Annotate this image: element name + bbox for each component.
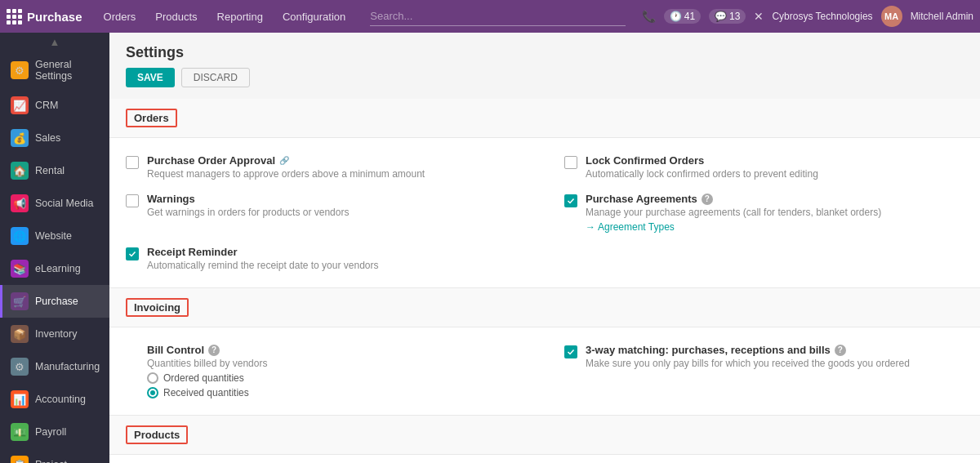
label-3way-matching: 3-way matching: purchases, receptions an… [586, 344, 910, 356]
user-name: Mitchell Admin [911, 11, 973, 22]
sidebar-item-elearning[interactable]: 📚 eLearning [0, 252, 109, 285]
sidebar-item-payroll[interactable]: 💵 Payroll [0, 416, 109, 448]
sidebar-item-rental[interactable]: 🏠 Rental [0, 154, 109, 187]
sidebar-item-website[interactable]: 🌐 Website [0, 220, 109, 252]
help-icon-bill-control[interactable]: ? [208, 345, 220, 356]
sidebar-label-general-settings: General Settings [35, 59, 101, 82]
label-bill-control: Bill Control ? [147, 344, 267, 356]
orders-section: Orders Purchase Order Approval 🔗 [109, 99, 980, 288]
radio-received-quantities[interactable]: Received quantities [147, 387, 267, 398]
checkbox-warnings[interactable] [126, 194, 139, 207]
help-icon-purchase-agreements[interactable]: ? [702, 194, 713, 205]
setting-info-purchase-agreements: Purchase Agreements ? Manage your purcha… [586, 193, 881, 233]
sidebar-item-project[interactable]: 📋 Project [0, 448, 109, 463]
menu-products[interactable]: Products [147, 6, 205, 28]
menu-configuration[interactable]: Configuration [274, 6, 354, 28]
avatar[interactable]: MA [881, 6, 902, 27]
sidebar-item-general-settings[interactable]: ⚙ General Settings [0, 51, 109, 89]
orders-settings-grid: Purchase Order Approval 🔗 Request manage… [126, 148, 964, 278]
sidebar-item-accounting[interactable]: 📊 Accounting [0, 383, 109, 416]
clock-badge[interactable]: 🕐 41 [664, 9, 701, 24]
desc-purchase-order-approval: Request managers to approve orders above… [147, 168, 425, 180]
sidebar-item-purchase[interactable]: 🛒 Purchase [0, 285, 109, 318]
sidebar-item-social-media[interactable]: 📢 Social Media [0, 187, 109, 220]
label-purchase-order-approval: Purchase Order Approval 🔗 [147, 154, 425, 167]
desc-3way-matching: Make sure you only pay bills for which y… [586, 358, 910, 369]
label-purchase-agreements: Purchase Agreements ? [586, 193, 881, 205]
checkbox-3way-matching[interactable] [564, 345, 577, 358]
grid-icon [7, 9, 22, 24]
inventory-icon: 📦 [11, 325, 29, 343]
setting-receipt-reminder: Receipt Reminder Automatically remind th… [126, 239, 545, 278]
rental-icon: 🏠 [11, 162, 29, 180]
desc-purchase-agreements: Manage your purchase agreements (call fo… [586, 207, 881, 218]
label-receipt-reminder: Receipt Reminder [147, 246, 378, 258]
phone-icon[interactable]: 📞 [642, 10, 656, 23]
checkbox-lock-confirmed-orders[interactable] [564, 156, 577, 169]
products-section-body: Variants ? Purchase variants of a produc… [109, 455, 980, 463]
close-icon[interactable]: ✕ [754, 10, 764, 23]
setting-info-3way-matching: 3-way matching: purchases, receptions an… [586, 344, 910, 369]
setting-info-warnings: Warnings Get warnings in orders for prod… [147, 193, 349, 218]
payroll-icon: 💵 [11, 423, 29, 441]
radio-btn-received[interactable] [147, 387, 158, 398]
search-input[interactable] [370, 7, 625, 26]
save-button[interactable]: SAVE [126, 68, 175, 87]
checkmark-icon [567, 348, 575, 356]
messages-badge[interactable]: 💬 13 [709, 9, 746, 24]
invoicing-settings-grid: Bill Control ? Quantities billed by vend… [126, 337, 964, 405]
checkbox-receipt-reminder[interactable] [126, 247, 139, 260]
search-bar[interactable] [370, 7, 625, 26]
purchase-icon: 🛒 [11, 292, 29, 310]
radio-ordered-quantities[interactable]: Ordered quantities [147, 372, 267, 384]
desc-receipt-reminder: Automatically remind the receipt date to… [147, 260, 378, 271]
scroll-up[interactable]: ▲ [0, 33, 109, 51]
setting-lock-confirmed-orders: Lock Confirmed Orders Automatically lock… [545, 148, 964, 186]
invoicing-section-title: Invoicing [126, 298, 189, 317]
discard-button[interactable]: DISCARD [181, 68, 250, 87]
topnav-right: 📞 🕐 41 💬 13 ✕ Cybrosys Technologies MA M… [642, 6, 973, 27]
app-name: Purchase [27, 10, 82, 24]
sidebar-label-elearning: eLearning [35, 263, 81, 274]
products-section: Products Var [109, 416, 980, 463]
app-logo[interactable]: Purchase [7, 9, 82, 24]
orders-section-header: Orders [109, 99, 980, 138]
help-icon-3way-matching[interactable]: ? [835, 345, 846, 356]
sidebar-item-manufacturing[interactable]: ⚙ Manufacturing [0, 350, 109, 383]
content-area: Settings SAVE DISCARD Orders [109, 33, 980, 463]
radio-label-ordered: Ordered quantities [163, 372, 244, 384]
checkbox-purchase-agreements[interactable] [564, 194, 577, 207]
empty-right-col [545, 239, 964, 278]
bill-control-radio-group: Ordered quantities Received quantities [147, 372, 267, 398]
sidebar-label-payroll: Payroll [35, 426, 66, 438]
elearning-icon: 📚 [11, 260, 29, 278]
menu-reporting[interactable]: Reporting [209, 6, 271, 28]
label-lock-confirmed-orders: Lock Confirmed Orders [586, 154, 818, 167]
setting-info-lock-confirmed-orders: Lock Confirmed Orders Automatically lock… [586, 154, 818, 180]
checkbox-purchase-order-approval[interactable] [126, 156, 139, 169]
topnav: Purchase Orders Products Reporting Confi… [0, 0, 980, 33]
clock-icon: 🕐 [670, 11, 682, 22]
settings-header: Settings SAVE DISCARD [109, 33, 980, 99]
invoicing-section-header: Invoicing [109, 288, 980, 327]
menu-orders[interactable]: Orders [96, 6, 145, 28]
sidebar-item-sales[interactable]: 💰 Sales [0, 122, 109, 154]
sales-icon: 💰 [11, 129, 29, 147]
sidebar: ▲ ⚙ General Settings 📈 CRM 💰 Sales 🏠 Ren… [0, 33, 109, 463]
setting-info-bill-control: Bill Control ? Quantities billed by vend… [147, 344, 267, 398]
desc-lock-confirmed-orders: Automatically lock confirmed orders to p… [586, 168, 818, 180]
sidebar-label-website: Website [35, 230, 72, 242]
sidebar-label-social-media: Social Media [35, 198, 94, 209]
sidebar-item-crm[interactable]: 📈 CRM [0, 89, 109, 122]
sidebar-item-inventory[interactable]: 📦 Inventory [0, 318, 109, 350]
settings-content: Orders Purchase Order Approval 🔗 [109, 99, 980, 463]
radio-btn-ordered[interactable] [147, 372, 158, 384]
products-section-header: Products [109, 416, 980, 455]
setting-bill-control: Bill Control ? Quantities billed by vend… [126, 337, 545, 405]
agreement-types-link[interactable]: Agreement Types [586, 221, 675, 233]
topnav-menu: Orders Products Reporting Configuration [96, 6, 354, 28]
setting-3way-matching: 3-way matching: purchases, receptions an… [545, 337, 964, 405]
desc-bill-control: Quantities billed by vendors [147, 358, 267, 369]
sidebar-label-inventory: Inventory [35, 328, 77, 340]
badge-messages-count: 13 [729, 11, 740, 22]
